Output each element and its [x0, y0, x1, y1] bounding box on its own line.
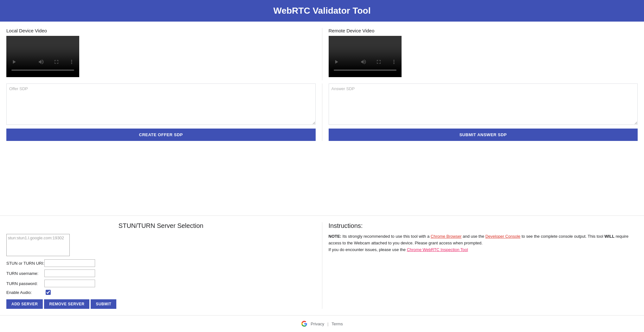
turn-username-row: TURN username: [6, 269, 316, 277]
enable-audio-label: Enable Audio: [6, 290, 44, 295]
privacy-link[interactable]: Privacy [311, 322, 324, 326]
action-buttons-row: ADD SERVER REMOVE SERVER SUBMIT [6, 299, 316, 309]
enable-audio-row: Enable Audio: [6, 290, 316, 295]
turn-username-input[interactable] [44, 269, 95, 277]
note-bold: NOTE: [329, 234, 341, 239]
page-footer: Privacy | Terms [0, 315, 644, 332]
terms-link[interactable]: Terms [332, 322, 343, 326]
stun-uri-label: STUN or TURN URI: [6, 261, 44, 266]
turn-password-row: TURN password: [6, 280, 316, 287]
answer-sdp-textarea[interactable] [329, 83, 638, 125]
note-text-2: and use the [463, 234, 486, 239]
stun-uri-input[interactable] [44, 259, 95, 267]
submit-answer-button[interactable]: SUBMIT ANSWER SDP [329, 129, 638, 141]
enable-audio-checkbox[interactable] [46, 290, 51, 295]
stun-uri-row: STUN or TURN URI: [6, 259, 316, 267]
offer-sdp-textarea[interactable] [6, 83, 316, 125]
instructions-body: NOTE: Its strongly recommended to use th… [329, 233, 638, 253]
submit-button[interactable]: SUBMIT [91, 299, 116, 309]
turn-password-label: TURN password: [6, 281, 44, 286]
turn-username-label: TURN username: [6, 271, 44, 276]
remote-video-label: Remote Device Video [329, 28, 638, 33]
page-header: WebRTC Validator Tool [0, 0, 644, 22]
chrome-webrtc-link[interactable]: Chrome WebRTC Inspection Tool [407, 247, 468, 252]
footer-divider: | [327, 322, 328, 326]
remote-video[interactable] [329, 36, 402, 77]
developer-console-link[interactable]: Developer Console [485, 234, 520, 239]
create-offer-button[interactable]: CREATE OFFER SDP [6, 129, 316, 141]
note-text-1: Its strongly recommended to use this too… [343, 234, 431, 239]
google-logo-icon [301, 321, 307, 327]
local-video-label: Local Device Video [6, 28, 316, 33]
instructions-title: Instructions: [329, 222, 638, 229]
turn-password-input[interactable] [44, 280, 95, 287]
remote-video-container [329, 36, 638, 77]
page-title: WebRTC Validator Tool [6, 6, 638, 16]
stun-server-list[interactable]: stun:stun1.l.google.com:19302 [6, 234, 70, 256]
issue-text: If you do encounter issues, please use t… [329, 247, 407, 252]
stun-section-title: STUN/TURN Server Selection [6, 222, 316, 229]
local-video-container [6, 36, 316, 77]
note-text-3: to see the complete console output. This… [522, 234, 604, 239]
remove-server-button[interactable]: REMOVE SERVER [44, 299, 89, 309]
local-video[interactable] [6, 36, 79, 77]
will-bold: WILL [604, 234, 615, 239]
add-server-button[interactable]: ADD SERVER [6, 299, 43, 309]
chrome-browser-link[interactable]: Chrome Browser [431, 234, 462, 239]
